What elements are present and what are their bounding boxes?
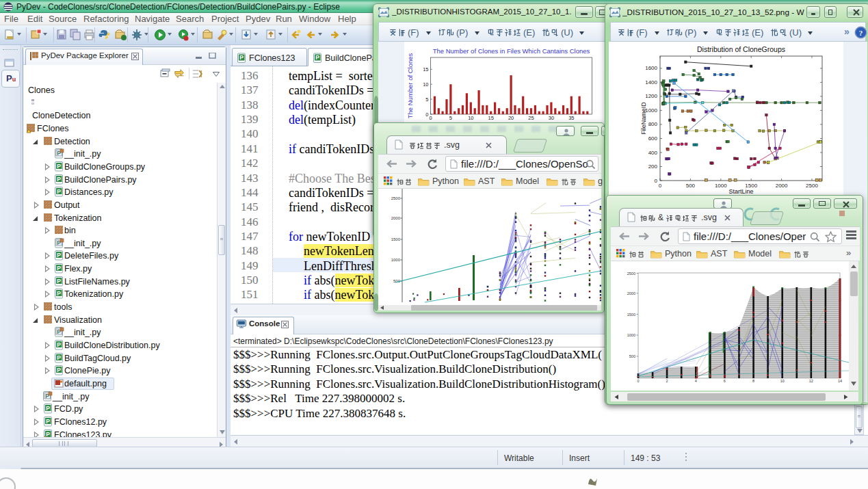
svg-text:15: 15: [423, 66, 428, 72]
svg-text:1600: 1600: [645, 65, 657, 71]
svg-text:6: 6: [724, 379, 726, 383]
svg-text:20: 20: [508, 115, 514, 121]
svg-text:P: P: [57, 290, 61, 297]
svg-text:P: P: [46, 430, 50, 437]
svg-text:2500: 2500: [391, 196, 401, 200]
svg-text:0: 0: [655, 178, 658, 184]
svg-text:8: 8: [752, 379, 754, 383]
svg-text:25: 25: [528, 115, 534, 121]
svg-text:1500: 1500: [745, 183, 757, 189]
svg-text:1400: 1400: [645, 79, 657, 85]
svg-text:5: 5: [425, 96, 428, 103]
svg-text:P: P: [46, 417, 50, 424]
svg-text:?: ?: [859, 29, 863, 37]
svg-text:1000: 1000: [391, 258, 401, 262]
svg-text:P: P: [57, 188, 61, 195]
svg-text:StartLine: StartLine: [728, 188, 753, 195]
svg-text:P: P: [57, 265, 61, 272]
svg-text:P: P: [57, 252, 61, 259]
svg-text:1000: 1000: [627, 333, 635, 337]
svg-text:1200: 1200: [645, 93, 657, 99]
svg-text:14: 14: [838, 379, 842, 383]
svg-text:P: P: [46, 405, 50, 412]
svg-text:1500: 1500: [627, 313, 635, 317]
svg-text:5: 5: [449, 115, 452, 121]
svg-text:10: 10: [780, 379, 785, 383]
svg-text:2: 2: [666, 379, 668, 383]
svg-text:2000: 2000: [776, 183, 788, 189]
svg-text:P: P: [239, 54, 244, 61]
svg-text:The Number of Clones in Files: The Number of Clones in Files Which Cant…: [433, 47, 590, 55]
svg-text:1000: 1000: [645, 107, 657, 114]
svg-text:P: P: [57, 277, 61, 284]
svg-text:0: 0: [637, 379, 639, 383]
svg-text:10: 10: [423, 81, 428, 88]
svg-text:P: P: [315, 54, 319, 61]
svg-text:P: P: [57, 354, 61, 360]
svg-text:P: P: [57, 175, 61, 182]
svg-text:400: 400: [648, 150, 658, 156]
svg-text:2000: 2000: [627, 291, 635, 295]
svg-text:30: 30: [549, 115, 554, 121]
svg-text:2500: 2500: [806, 183, 818, 189]
svg-text:0: 0: [659, 183, 662, 189]
svg-text:800: 800: [648, 121, 658, 127]
svg-text:P: P: [57, 367, 61, 373]
svg-text:2500: 2500: [627, 272, 635, 276]
svg-text:12: 12: [809, 379, 813, 383]
svg-text:1000: 1000: [715, 183, 727, 189]
svg-text:P: P: [57, 162, 61, 169]
svg-text:10: 10: [468, 115, 473, 121]
svg-text:35: 35: [568, 115, 574, 121]
svg-text:200: 200: [648, 163, 658, 170]
svg-text:4: 4: [695, 379, 697, 383]
svg-text:The Number of Clones: The Number of Clones: [406, 53, 414, 118]
svg-text:0: 0: [429, 115, 432, 121]
svg-text:P: P: [57, 341, 61, 348]
svg-text:500: 500: [686, 183, 696, 189]
svg-text:Distribution of CloneGroups: Distribution of CloneGroups: [697, 45, 785, 53]
svg-text:600: 600: [648, 135, 658, 142]
svg-text:15: 15: [488, 115, 494, 121]
svg-text:500: 500: [629, 354, 635, 358]
svg-text:1500: 1500: [391, 237, 401, 241]
svg-text:2000: 2000: [391, 216, 401, 220]
svg-text:0: 0: [425, 111, 428, 118]
